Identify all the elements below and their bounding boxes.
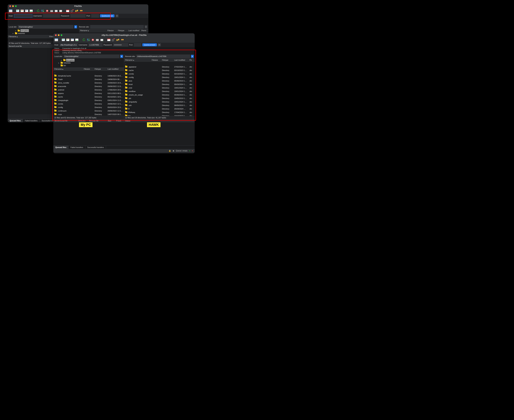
file-row[interactable]: .singularityDirectory19/01/2024 1…drv bbox=[124, 100, 195, 104]
site-manager-icon[interactable] bbox=[54, 38, 58, 42]
file-row[interactable]: .cacheDirectory05/10/2021 10:5… bbox=[53, 95, 124, 99]
username-input[interactable] bbox=[43, 14, 60, 17]
search-icon[interactable] bbox=[79, 9, 83, 13]
quickconnect-history-dropdown[interactable]: ▾ bbox=[158, 43, 161, 46]
remote-path-dropdown[interactable]: ▾ bbox=[191, 55, 194, 58]
local-site-label: Local site: bbox=[9, 26, 17, 28]
compare-icon[interactable] bbox=[70, 9, 74, 13]
remote-pane: Remote site: ▾ Filename ▴ Filesize Filet… bbox=[124, 54, 195, 122]
toggle-localtree-icon[interactable] bbox=[20, 9, 24, 13]
host-input[interactable] bbox=[60, 43, 78, 46]
quickconnect-history-dropdown[interactable]: ▾ bbox=[116, 14, 119, 17]
file-row[interactable]: .asperaDirectory03/11/2023 08:5… bbox=[53, 92, 124, 95]
file-row[interactable]: .configDirectory19/01/2024 1…drv bbox=[124, 76, 195, 79]
remote-path-dropdown[interactable]: ▾ bbox=[145, 25, 147, 28]
remote-path-input[interactable] bbox=[136, 55, 190, 58]
password-input[interactable] bbox=[70, 14, 85, 17]
reconnect-icon[interactable] bbox=[100, 38, 104, 42]
toggle-log-icon[interactable] bbox=[61, 38, 65, 42]
file-row[interactable]: .nextflowDirectory19/01/2024 1…drv bbox=[124, 90, 195, 93]
cancel-icon[interactable] bbox=[91, 38, 95, 42]
folder-icon bbox=[125, 87, 127, 89]
file-row[interactable]: .cupsDirectory14/07/2020 09:1… bbox=[53, 113, 124, 116]
quickconnect-button[interactable]: Quickconnect bbox=[142, 43, 157, 46]
reconnect2-icon[interactable] bbox=[59, 9, 63, 13]
file-row[interactable]: .oracle_jre_usageDirectory05/06/2019 1…d… bbox=[124, 93, 195, 97]
toggle-remotetree-icon[interactable] bbox=[25, 9, 29, 13]
file-row[interactable]: .alora_runeliteDirectory22/09/2023 14:4… bbox=[53, 81, 124, 85]
file-row[interactable]: .sshDirectory08/05/2019 1…drv bbox=[124, 104, 195, 107]
remote-header[interactable]: Filename ▴ Filesize Filetype Last modifi… bbox=[79, 29, 148, 32]
parent-dir[interactable]: .. bbox=[9, 38, 10, 40]
led-red-icon: ● bbox=[192, 150, 193, 152]
filter-icon[interactable] bbox=[107, 38, 111, 42]
file-row[interactable]: .TrashDirectory19/08/2024 08:… bbox=[53, 78, 124, 81]
file-row[interactable]: .cacheDirectory03/10/2023 1…drv bbox=[124, 69, 195, 72]
process-queue-icon[interactable] bbox=[41, 9, 45, 13]
file-row[interactable]: .apptainerDirectory27/02/2024 1…drv bbox=[124, 65, 195, 69]
tab-queued[interactable]: Queued files bbox=[53, 146, 68, 149]
username-input[interactable] bbox=[89, 43, 103, 46]
quickconnect-button[interactable]: Quickconnect bbox=[100, 14, 114, 17]
remote-path-input[interactable] bbox=[90, 25, 144, 29]
tab-failed[interactable]: Failed transfers bbox=[68, 146, 85, 149]
file-row[interactable]: .anacondaDirectory28/06/2022 11:5… bbox=[53, 85, 124, 88]
sync-icon[interactable] bbox=[116, 38, 120, 42]
site-manager-icon[interactable] bbox=[9, 9, 13, 13]
toggle-remotetree-icon[interactable] bbox=[70, 38, 74, 42]
file-row[interactable]: .. bbox=[124, 62, 195, 65]
search-icon[interactable] bbox=[120, 38, 124, 42]
filter-icon[interactable] bbox=[66, 9, 70, 13]
tab-failed[interactable]: Failed transfers bbox=[23, 119, 40, 122]
disconnect-icon[interactable] bbox=[95, 38, 99, 42]
file-row[interactable]: .pkiDirectory10/05/2019 1…drv bbox=[124, 97, 195, 100]
process-queue-icon[interactable] bbox=[86, 38, 90, 42]
remote-file-header[interactable]: Filename ▴ Filesize Filetype Last modifi… bbox=[124, 59, 195, 62]
file-row[interactable]: RNAseqDirectory17/04/2024 1…drv bbox=[124, 111, 195, 114]
port-input[interactable] bbox=[91, 14, 99, 17]
port-input[interactable] bbox=[134, 43, 141, 46]
compare-icon[interactable] bbox=[111, 38, 115, 42]
indicator-icon: ◉ bbox=[173, 150, 174, 152]
folder-icon bbox=[125, 108, 127, 110]
file-row[interactable]: .localDirectory05/03/2024 1…drv bbox=[124, 83, 195, 86]
remote-status: 12 files and 18 directories. Total size:… bbox=[124, 116, 195, 119]
local-file-header[interactable]: Filename ▴ Filesize Filetype Last modifi… bbox=[53, 68, 124, 71]
file-row[interactable]: .ncbiDirectory19/01/2024 1…drv bbox=[124, 86, 195, 90]
refresh-icon[interactable] bbox=[82, 38, 86, 42]
local-path-input[interactable] bbox=[18, 25, 73, 29]
refresh-icon[interactable] bbox=[36, 9, 40, 13]
local-path-input[interactable] bbox=[64, 55, 119, 58]
svg-rect-45 bbox=[96, 39, 99, 41]
local-file-list[interactable]: ...SimplicityCacheDirectory14/08/2023 20… bbox=[53, 71, 124, 116]
toggle-queue-icon[interactable] bbox=[75, 38, 79, 42]
tab-queued[interactable]: Queued files bbox=[8, 119, 23, 122]
file-row[interactable]: .androidDirectory17/06/2024 20:5… bbox=[53, 88, 124, 92]
file-row[interactable]: .condaDirectory28/06/2022 12:1… bbox=[53, 102, 124, 106]
file-row[interactable]: .configDirectory05/03/2024 15:5… bbox=[53, 106, 124, 109]
toggle-localtree-icon[interactable] bbox=[66, 38, 70, 42]
file-row[interactable]: .. bbox=[53, 71, 124, 74]
sync-icon[interactable] bbox=[75, 9, 79, 13]
local-tree[interactable]: ▸alexgibbs ▸Volumes bin bbox=[53, 59, 124, 68]
disconnect-icon[interactable] bbox=[50, 9, 54, 13]
file-row[interactable]: .condaDirectory03/10/2023 1…drv bbox=[124, 72, 195, 76]
cancel-icon[interactable] bbox=[45, 9, 49, 13]
password-input[interactable] bbox=[113, 43, 128, 46]
toggle-log-icon[interactable] bbox=[16, 9, 20, 13]
file-row[interactable]: .cluegopluginDirectory03/01/2024 11:0… bbox=[53, 99, 124, 102]
label-hawk: HAWK bbox=[147, 122, 161, 127]
local-path-dropdown[interactable]: ▾ bbox=[120, 55, 123, 58]
file-row[interactable]: RDirectory25/04/2024 …drv bbox=[124, 107, 195, 111]
file-row[interactable]: .continuumDirectory28/06/2022 11:5… bbox=[53, 109, 124, 113]
local-path-dropdown[interactable]: ▾ bbox=[74, 25, 77, 28]
file-row[interactable]: .javaDirectory05/06/2019 1…drv bbox=[124, 79, 195, 83]
host-input[interactable] bbox=[14, 14, 32, 17]
toggle-queue-icon[interactable] bbox=[29, 9, 33, 13]
file-row[interactable]: .SimplicityCacheDirectory14/08/2023 20:2… bbox=[53, 74, 124, 78]
tab-success[interactable]: Successful transfers bbox=[85, 146, 106, 149]
svg-point-27 bbox=[81, 10, 82, 11]
file-row[interactable]: binDirectory10/10/2023 1…drv bbox=[124, 114, 195, 116]
reconnect-icon[interactable] bbox=[54, 9, 58, 13]
remote-file-list[interactable]: ...apptainerDirectory27/02/2024 1…drv.ca… bbox=[124, 62, 195, 116]
